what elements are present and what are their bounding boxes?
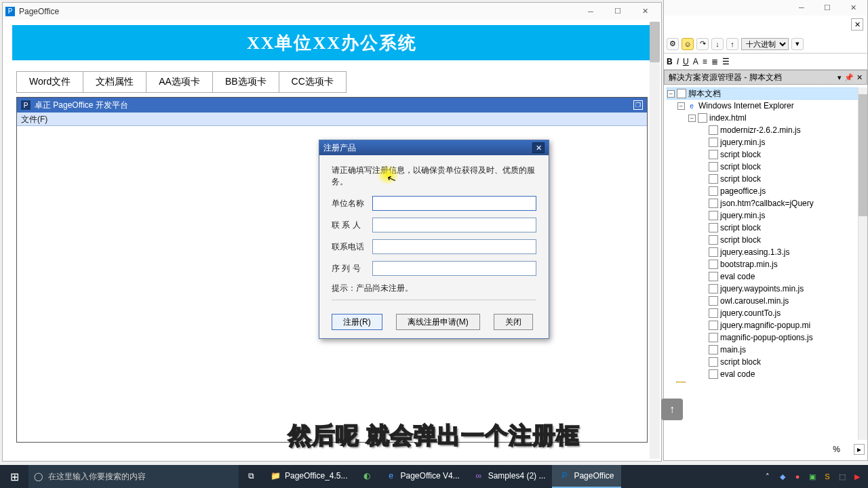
register-button[interactable]: 注册(R) — [332, 314, 382, 330]
tree-item[interactable]: script block — [667, 173, 865, 185]
side-toolbar: ⚙ ☺ ↷ ↓ ↑ 十六进制 ▾ — [664, 35, 867, 54]
font-color-icon[interactable]: A — [693, 57, 698, 66]
tree-item[interactable]: jquery.magnific-popup.mi — [667, 319, 865, 331]
tray-icon[interactable]: ▶ — [852, 471, 863, 482]
offline-register-button[interactable]: 离线注册申请(M) — [396, 314, 480, 330]
tree-item[interactable]: main.js — [667, 344, 865, 356]
dialog-close-icon[interactable]: ✕ — [532, 142, 545, 153]
dialog-hint: 请正确填写注册信息，以确保贵单位获得及时、优质的服务。 — [332, 165, 536, 188]
tree-item[interactable]: script block — [667, 356, 865, 368]
tray-icon[interactable]: ● — [792, 471, 803, 482]
tree-item[interactable]: modernizr-2.6.2.min.js — [667, 124, 865, 136]
taskbar-task[interactable]: 📁PageOffice_4.5... — [263, 465, 355, 488]
taskbar-search[interactable]: ◯ 在这里输入你要搜索的内容 — [28, 465, 239, 488]
close-button[interactable]: ✕ — [631, 4, 658, 19]
tree-item[interactable]: eval code — [667, 368, 865, 380]
tree-item-label: script block — [720, 150, 761, 159]
tray-icon[interactable]: ⬚ — [837, 471, 848, 482]
scroll-to-top-button[interactable]: ↑ — [661, 399, 683, 420]
inner-title-text: 卓正 PageOffice 开发平台 — [35, 100, 128, 111]
tree-item[interactable]: −eWindows Internet Explorer — [667, 100, 865, 112]
taskbar-task[interactable]: ∞Samples4 (2) ... — [467, 465, 553, 488]
indent-right-icon[interactable]: ≣ — [711, 57, 718, 66]
tray-up-icon[interactable]: ˄ — [762, 471, 773, 482]
doc-icon — [709, 211, 718, 220]
collapse-icon[interactable]: − — [688, 115, 696, 122]
side-maximize-button[interactable]: ☐ — [814, 1, 840, 14]
taskbar-task[interactable]: PPageOffice — [552, 465, 620, 488]
side-minimize-button[interactable]: ─ — [789, 1, 814, 14]
vertical-scrollbar[interactable] — [650, 22, 660, 459]
dialog-close-button[interactable]: 关闭 — [494, 314, 533, 330]
italic-icon[interactable]: I — [677, 57, 679, 66]
tray-icon[interactable]: ◆ — [777, 471, 788, 482]
inner-menu-file[interactable]: 文件(F) — [17, 113, 647, 126]
side-tab-row: ✕ — [664, 16, 867, 35]
tray-icon[interactable]: S — [822, 471, 833, 482]
tree-item[interactable]: −C:\...\Samples4\ — [667, 380, 865, 383]
taskbar-task[interactable]: ePageOffice V4... — [379, 465, 467, 488]
step-into-icon[interactable]: ↓ — [711, 38, 724, 50]
input-serial[interactable] — [372, 261, 536, 276]
tree-item[interactable]: script block — [667, 148, 865, 161]
tree-item[interactable]: bootstrap.min.js — [667, 258, 865, 270]
dropdown-arrow-icon[interactable]: ▾ — [837, 73, 842, 82]
tree-item-label: C:\...\Samples4\ — [688, 382, 745, 383]
format-select[interactable]: 十六进制 — [741, 38, 789, 50]
tree-item[interactable]: script block — [667, 234, 865, 246]
dropdown-icon[interactable]: ▾ — [791, 38, 804, 50]
tree-item[interactable]: −脚本文档 — [667, 87, 865, 100]
task-view-button[interactable]: ⧉ — [239, 465, 263, 488]
tree-item[interactable]: eval code — [667, 270, 865, 283]
system-tray[interactable]: ˄ ◆ ● ▣ S ⬚ ▶ — [757, 471, 868, 482]
tab-bb[interactable]: BB选项卡 — [212, 71, 279, 93]
titlebar: P PageOffice ─ ☐ ✕ — [3, 3, 661, 20]
input-contact[interactable] — [372, 218, 536, 232]
tree-item-label: index.html — [709, 113, 747, 123]
tree-item[interactable]: owl.carousel.min.js — [667, 295, 865, 307]
tree-item[interactable]: script block — [667, 161, 865, 173]
tree-item[interactable]: jquery.min.js — [667, 209, 865, 222]
smiley-icon[interactable]: ☺ — [682, 38, 694, 50]
tab-word[interactable]: Word文件 — [16, 71, 83, 93]
tab-aa[interactable]: AA选项卡 — [146, 71, 213, 93]
side-close-button[interactable]: ✕ — [840, 1, 866, 14]
solution-tree[interactable]: −脚本文档−eWindows Internet Explorer−index.h… — [664, 85, 867, 383]
list-icon[interactable]: ☰ — [722, 57, 730, 66]
side-scrollbar[interactable] — [858, 87, 867, 440]
solution-explorer-header[interactable]: 解决方案资源管理器 - 脚本文档 ▾ 📌 ✕ — [664, 70, 867, 85]
tree-item[interactable]: script block — [667, 222, 865, 234]
input-phone[interactable] — [372, 239, 536, 254]
minimize-button[interactable]: ─ — [577, 4, 604, 19]
tree-item[interactable]: jquery.waypoints.min.js — [667, 283, 865, 295]
tree-item[interactable]: jquery.min.js — [667, 136, 865, 148]
collapse-icon[interactable]: − — [667, 90, 675, 98]
tree-item-label: jquery.easing.1.3.js — [720, 247, 790, 257]
tab-docprops[interactable]: 文档属性 — [83, 71, 146, 93]
collapse-icon[interactable]: − — [677, 102, 685, 110]
tree-item[interactable]: jquery.countTo.js — [667, 307, 865, 319]
bold-icon[interactable]: B — [667, 57, 673, 66]
tab-cc[interactable]: CC选项卡 — [279, 71, 347, 93]
inner-maximize-icon[interactable]: ❐ — [633, 100, 643, 110]
collapse-icon[interactable]: − — [667, 383, 674, 384]
tree-item[interactable]: jquery.easing.1.3.js — [667, 246, 865, 258]
step-out-icon[interactable]: ↑ — [726, 38, 738, 50]
tree-item[interactable]: −index.html — [667, 112, 865, 124]
gear-icon[interactable]: ⚙ — [667, 38, 679, 50]
input-org[interactable] — [372, 196, 536, 211]
taskbar-task[interactable]: ◐ — [355, 465, 379, 488]
tree-item[interactable]: json.htm?callback=jQuery — [667, 197, 865, 209]
tab-close-icon[interactable]: ✕ — [851, 18, 863, 30]
pin-icon[interactable]: 📌 — [844, 73, 854, 82]
tray-icon[interactable]: ▣ — [807, 471, 818, 482]
dialog-titlebar[interactable]: 注册产品 ✕ — [319, 140, 549, 155]
tree-item[interactable]: pageoffice.js — [667, 185, 865, 197]
panel-close-icon[interactable]: ✕ — [856, 73, 863, 82]
start-button[interactable]: ⊞ — [0, 465, 28, 488]
tree-item[interactable]: magnific-popup-options.js — [667, 331, 865, 344]
maximize-button[interactable]: ☐ — [604, 4, 631, 19]
underline-icon[interactable]: U — [683, 57, 689, 66]
indent-left-icon[interactable]: ≡ — [703, 57, 707, 66]
step-over-icon[interactable]: ↷ — [696, 38, 709, 50]
